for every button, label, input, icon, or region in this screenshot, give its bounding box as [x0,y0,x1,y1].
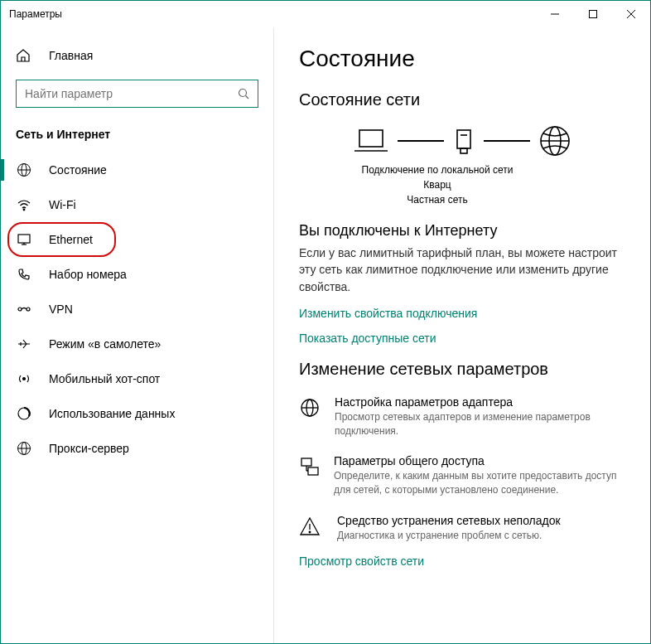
wifi-icon [16,197,32,212]
link-change-connection-props[interactable]: Изменить свойства подключения [299,307,625,320]
globe-icon [16,162,32,177]
sidebar-item-proxy[interactable]: Прокси-сервер [1,431,273,466]
diagram-line1: Подключение по локальной сети [274,162,625,177]
diagram-labels: Подключение по локальной сети Кварц Част… [274,162,625,207]
svg-rect-31 [301,458,311,466]
option-adapter-settings[interactable]: Настройка параметров адаптера Просмотр с… [299,395,625,438]
connected-heading: Вы подключены к Интернету [299,222,625,240]
svg-line-5 [246,96,249,99]
diagram-line2: Кварц [274,177,625,192]
sidebar-item-label: Набор номера [49,268,127,281]
category-header: Сеть и Интернет [1,128,273,153]
sidebar-item-wifi[interactable]: Wi-Fi [1,187,273,222]
svg-rect-1 [590,11,597,18]
svg-point-4 [239,90,247,97]
warning-icon [299,514,324,543]
sidebar-item-label: Мобильный хот-спот [49,372,160,385]
phone-icon [16,267,32,282]
section-heading: Состояние сети [299,90,625,109]
sidebar-item-datausage[interactable]: Использование данных [1,396,273,431]
link-show-available-networks[interactable]: Показать доступные сети [299,332,625,345]
sidebar-item-hotspot[interactable]: Мобильный хот-спот [1,361,273,396]
maximize-button[interactable] [574,1,612,27]
data-usage-icon [16,406,32,421]
sidebar-item-airplane[interactable]: Режим «в самолете» [1,327,273,361]
window-title: Параметры [9,8,536,20]
sidebar: Главная Сеть и Интернет Состояние Wi-Fi [1,27,274,643]
proxy-icon [16,441,32,456]
svg-point-9 [23,209,25,211]
home-icon [16,48,32,63]
hotspot-icon [16,371,32,386]
option-title: Настройка параметров адаптера [335,395,625,409]
highlight-ring-icon [7,222,116,257]
svg-point-14 [27,307,30,311]
titlebar: Параметры [1,1,650,27]
sidebar-item-label: Состояние [49,163,107,177]
page-title: Состояние [299,46,625,72]
option-title: Параметры общего доступа [334,454,625,467]
svg-rect-20 [359,130,383,147]
option-troubleshoot[interactable]: Средство устранения сетевых неполадок Ди… [299,514,625,543]
option-sharing[interactable]: Параметры общего доступа Определите, к к… [299,454,625,497]
svg-point-15 [23,378,26,380]
diagram-line [484,140,530,142]
sidebar-item-label: Wi-Fi [49,198,76,211]
home-label: Главная [49,49,93,62]
svg-point-36 [309,531,311,533]
search-input[interactable] [25,87,238,100]
connected-body: Если у вас лимитный тарифный план, вы мо… [299,245,625,295]
close-button[interactable] [612,1,650,27]
svg-rect-32 [308,467,318,475]
sidebar-item-label: Использование данных [49,407,175,420]
sidebar-item-dialup[interactable]: Набор номера [1,257,273,292]
option-desc: Просмотр сетевых адаптеров и изменение п… [335,410,625,438]
section-heading-2: Изменение сетевых параметров [299,360,625,379]
home-item[interactable]: Главная [1,40,273,71]
sidebar-item-label: VPN [49,303,73,316]
svg-point-13 [18,307,22,311]
sidebar-item-label: Режим «в самолете» [49,337,161,351]
adapter-icon [299,395,321,438]
sidebar-item-status[interactable]: Состояние [1,153,273,187]
option-desc: Диагностика и устранение проблем с сетью… [337,529,561,543]
network-diagram [299,124,625,157]
option-desc: Определите, к каким данным вы хотите пре… [334,469,625,497]
svg-rect-23 [461,148,467,153]
vpn-icon [16,302,32,317]
sharing-icon [299,454,321,497]
link-view-network-props[interactable]: Просмотр свойств сети [299,554,625,568]
sidebar-item-ethernet[interactable]: Ethernet [1,222,273,257]
diagram-line3: Частная сеть [274,192,625,207]
sidebar-item-vpn[interactable]: VPN [1,292,273,327]
option-title: Средство устранения сетевых неполадок [337,514,561,527]
airplane-icon [16,337,32,351]
svg-rect-22 [457,130,470,148]
sidebar-item-label: Прокси-сервер [49,442,129,455]
content-pane: Состояние Состояние сети Подключение по … [274,27,650,643]
diagram-line [398,140,444,142]
minimize-button[interactable] [536,1,574,27]
laptop-icon [353,127,389,155]
search-input-container[interactable] [16,80,258,108]
router-icon [452,127,475,155]
search-icon [238,88,249,99]
globe-large-icon [538,124,571,157]
